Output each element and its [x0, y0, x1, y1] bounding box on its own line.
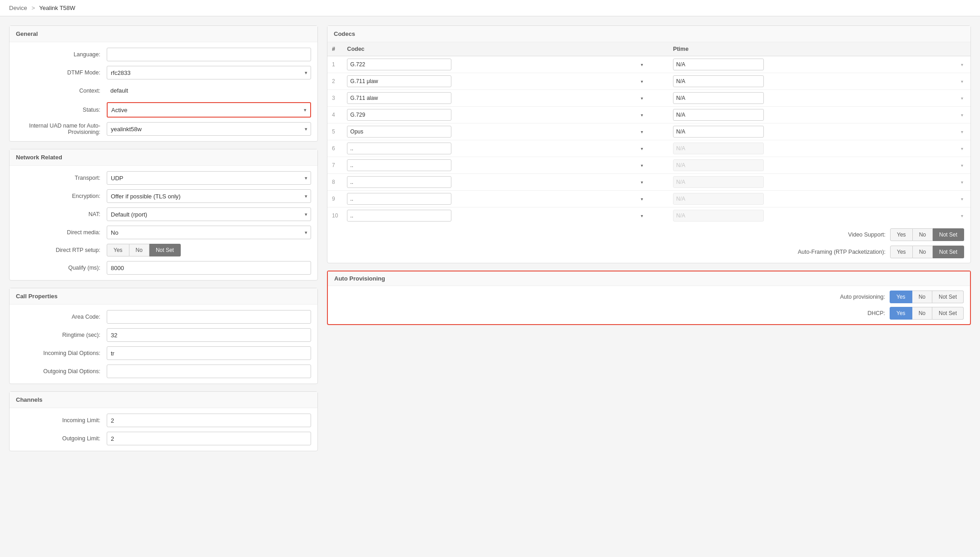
status-select[interactable]: Active Inactive: [108, 103, 310, 117]
codec-row: 9..N/A: [327, 191, 970, 207]
autoprov-yes-button[interactable]: Yes: [890, 291, 912, 303]
ptime-select: N/A: [673, 210, 764, 222]
codec-row-num: 2: [327, 73, 342, 90]
direct-rtp-button-group: Yes No Not Set: [107, 244, 181, 256]
codec-select[interactable]: ..: [347, 210, 451, 222]
ringtime-row: Ringtime (sec):: [16, 328, 311, 342]
outgoing-limit-input[interactable]: [107, 432, 311, 445]
codec-row-codec: G.729: [342, 107, 650, 123]
autoframing-notset-button[interactable]: Not Set: [933, 246, 964, 258]
incoming-limit-input[interactable]: [107, 414, 311, 427]
codec-row: 2G.711 μlawN/A: [327, 73, 970, 90]
nat-select[interactable]: Default (rport): [107, 207, 311, 221]
dhcp-yes-button[interactable]: Yes: [890, 307, 912, 320]
direct-rtp-label: Direct RTP setup:: [16, 247, 107, 253]
ptime-select: N/A: [673, 159, 764, 171]
breadcrumb-parent[interactable]: Device: [9, 5, 27, 11]
incoming-limit-row: Incoming Limit:: [16, 414, 311, 427]
codec-select[interactable]: G.722: [347, 59, 451, 70]
transport-row: Transport: UDP: [16, 171, 311, 185]
codec-row-ptime: N/A: [650, 107, 970, 123]
transport-select-wrapper: UDP: [107, 171, 311, 185]
codec-select-wrapper: ..: [347, 143, 646, 154]
direct-rtp-no-button[interactable]: No: [129, 244, 149, 256]
qualify-input[interactable]: [107, 261, 311, 275]
direct-rtp-yes-button[interactable]: Yes: [107, 244, 129, 256]
codec-select[interactable]: G.729: [347, 109, 451, 121]
codec-select[interactable]: G.711 μlaw: [347, 75, 451, 87]
outgoing-limit-label: Outgoing Limit:: [16, 435, 107, 442]
ptime-select[interactable]: N/A: [673, 92, 764, 104]
outgoing-dial-row: Outgoing Dial Options:: [16, 365, 311, 378]
autoframing-yes-button[interactable]: Yes: [890, 246, 913, 258]
general-title: General: [10, 26, 317, 42]
auto-provisioning-body: Auto provisioning: Yes No Not Set DHCP: …: [328, 286, 970, 324]
codec-select[interactable]: G.711 alaw: [347, 92, 451, 104]
incoming-dial-label: Incoming Dial Options:: [16, 350, 107, 356]
encryption-select[interactable]: Offer if possible (TLS only): [107, 189, 311, 203]
ptime-select[interactable]: N/A: [673, 59, 764, 70]
ptime-select[interactable]: N/A: [673, 75, 764, 87]
codecs-table: # Codec Ptime 1G.722N/A2G.711 μlawN/A3G.…: [327, 42, 970, 224]
video-no-button[interactable]: No: [913, 228, 933, 241]
direct-rtp-notset-button[interactable]: Not Set: [149, 244, 181, 256]
language-input[interactable]: [107, 48, 311, 61]
codec-select-wrapper: ..: [347, 193, 646, 205]
video-yes-button[interactable]: Yes: [890, 228, 913, 241]
autoprov-notset-button[interactable]: Not Set: [932, 291, 964, 303]
uad-label: Internal UAD name for Auto-Provisioning:: [16, 123, 107, 135]
ptime-select-wrapper: N/A: [673, 109, 966, 121]
dhcp-no-button[interactable]: No: [912, 307, 932, 320]
network-section: Network Related Transport: UDP Encryptio…: [9, 149, 318, 281]
uad-select[interactable]: yealinkt58w: [107, 122, 311, 136]
ptime-select-wrapper: N/A: [673, 159, 966, 171]
codec-row-num: 7: [327, 157, 342, 174]
codec-row-num: 8: [327, 174, 342, 191]
codec-row-num: 3: [327, 90, 342, 107]
auto-provisioning-title: Auto Provisioning: [328, 271, 970, 286]
language-row: Language:: [16, 48, 311, 61]
incoming-dial-input[interactable]: [107, 346, 311, 360]
codec-select[interactable]: ..: [347, 176, 451, 188]
dtmf-select[interactable]: rfc2833: [107, 66, 311, 79]
dhcp-notset-button[interactable]: Not Set: [932, 307, 964, 320]
ringtime-label: Ringtime (sec):: [16, 332, 107, 338]
codec-select[interactable]: ..: [347, 143, 451, 154]
area-code-input[interactable]: [107, 310, 311, 324]
dhcp-label: DHCP:: [867, 310, 885, 316]
network-title: Network Related: [10, 149, 317, 166]
codec-select[interactable]: ..: [347, 193, 451, 205]
col-codec: Codec: [342, 42, 650, 56]
codec-row: 1G.722N/A: [327, 56, 970, 73]
status-row: Status: Active Inactive: [16, 102, 311, 118]
direct-media-select[interactable]: No: [107, 226, 311, 239]
transport-select[interactable]: UDP: [107, 171, 311, 185]
ptime-select[interactable]: N/A: [673, 126, 764, 138]
codec-row-ptime: N/A: [650, 191, 970, 207]
ringtime-input[interactable]: [107, 328, 311, 342]
channels-title: Channels: [10, 392, 317, 408]
codec-select-wrapper: ..: [347, 176, 646, 188]
uad-row: Internal UAD name for Auto-Provisioning:…: [16, 122, 311, 136]
codec-row-codec: ..: [342, 157, 650, 174]
codecs-title: Codecs: [327, 26, 970, 42]
codecs-section: Codecs # Codec Ptime 1G.722N/A2G.711 μla…: [327, 25, 971, 263]
context-row: Context: default: [16, 84, 311, 98]
codec-row-codec: G.722: [342, 56, 650, 73]
autoprov-no-button[interactable]: No: [912, 291, 932, 303]
autoframing-no-button[interactable]: No: [913, 246, 933, 258]
ptime-select-wrapper: N/A: [673, 193, 966, 205]
codec-select[interactable]: Opus: [347, 126, 451, 138]
general-section: General Language: DTMF Mode: rfc2833 Con…: [9, 25, 318, 142]
codec-select-wrapper: ..: [347, 159, 646, 171]
video-notset-button[interactable]: Not Set: [933, 228, 964, 241]
codec-row: 4G.729N/A: [327, 107, 970, 123]
codec-select[interactable]: ..: [347, 159, 451, 171]
outgoing-dial-input[interactable]: [107, 365, 311, 378]
codec-row: 6..N/A: [327, 140, 970, 157]
direct-media-select-wrapper: No: [107, 226, 311, 239]
status-label: Status:: [16, 107, 107, 113]
ptime-select[interactable]: N/A: [673, 109, 764, 121]
codec-row-ptime: N/A: [650, 123, 970, 140]
outgoing-limit-row: Outgoing Limit:: [16, 432, 311, 445]
